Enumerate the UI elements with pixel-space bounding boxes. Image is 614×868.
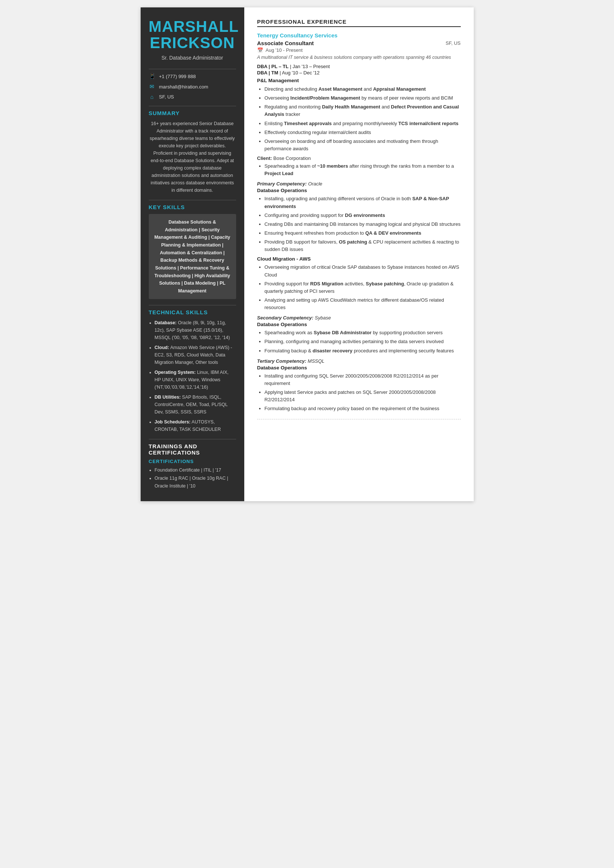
pl-management-label: P&L Management [257,78,461,83]
secondary-competency-title: Secondary Competency: Sybase [257,315,461,321]
calendar-icon: 📅 [257,47,263,53]
contact-email: ✉ marshall@hiration.com [149,83,236,90]
certifications-title: CERTIFICATIONS [149,459,236,464]
db-ops-tertiary-label: Database Operations [257,365,461,370]
pl-bullets: Directing and scheduling Asset Managemen… [257,85,461,152]
trainings-title: TRAININGS ANDCERTIFICATIONS [149,443,236,456]
cert-list: Foundation Certificate | ITIL | '17 Orac… [149,467,236,490]
sidebar: MARSHALL ERICKSON Sr. Database Administr… [141,8,244,501]
secondary-bullets: Spearheading work as Sybase DB Administr… [257,329,461,354]
db-ops-primary-label: Database Operations [257,188,461,193]
resume-container: MARSHALL ERICKSON Sr. Database Administr… [141,8,474,501]
contact-phone: 📱 +1 (777) 999 888 [149,73,236,80]
location-icon: ⌂ [149,94,155,100]
contact-location: ⌂ SF, US [149,94,236,100]
secondary-bullet-2: Planning, configuring and managing activ… [265,338,461,346]
pl-bullet-4: Enlisting Timesheet approvals and prepar… [265,120,461,127]
pl-bullet-6: Overseeing on boarding and off boarding … [265,138,461,152]
tertiary-bullet-3: Formulating backup and recovery policy b… [265,405,461,412]
cloud-migration-label: Cloud Migration - AWS [257,256,461,262]
tertiary-bullets: Installing and configuring SQL Server 20… [257,372,461,413]
company-description: A multinational IT service & business so… [257,55,461,60]
role-line-1: DBA | PL – TL | Jan '13 – Present [257,64,461,69]
tertiary-bullet-1: Installing and configuring SQL Server 20… [265,372,461,387]
email-icon: ✉ [149,83,155,90]
cert-item-1: Foundation Certificate | ITIL | '17 [155,467,236,474]
bottom-divider [257,419,461,419]
cloud-bullets: Overseeing migration of critical Oracle … [257,264,461,311]
tech-item-schedulers: Job Schedulers: AUTOSYS, CRONTAB, TASK S… [155,418,236,433]
cloud-bullet-1: Overseeing migration of critical Oracle … [265,264,461,278]
primary-bullet-2: Configuring and providing support for DG… [265,212,461,219]
summary-title: SUMMARY [149,110,236,116]
experience-title: PROFESSIONAL EXPERIENCE [257,19,461,27]
tech-item-db-utilities: DB Utilities: SAP Brtools, ISQL, Control… [155,394,236,416]
tech-section: Database: Oracle (8i, 9i, 10g, 11g, 12c)… [149,319,236,433]
primary-bullet-3: Creating DBs and maintaining DB instance… [265,221,461,228]
main-content: PROFESSIONAL EXPERIENCE Tenergy Consulta… [244,8,474,501]
skills-title: KEY SKILLS [149,204,236,210]
job-title-row: Associate Consultant SF, US [257,40,461,46]
primary-bullets: Installing, upgrading and patching diffe… [257,195,461,253]
tech-item-cloud: Cloud: Amazon Web Service (AWS) - EC2, S… [155,344,236,366]
pl-bullet-5: Effectively conducting regular internal/… [265,129,461,136]
company-name: Tenergy Consultancy Services [257,32,461,39]
summary-text: 16+ years experienced Senior Database Ad… [149,120,236,194]
divider-tech [149,305,236,305]
tertiary-bullet-2: Applying latest Service packs and patche… [265,389,461,403]
job-location: SF, US [446,40,460,46]
divider-certs [149,439,236,439]
tech-item-os: Operating System: Linux, IBM AIX, HP UNI… [155,369,236,391]
client-bullets: Spearheading a team of ~10 members after… [257,163,461,177]
cert-item-2: Oracle 11g RAC | Oracle 10g RAC | Oracle… [155,474,236,490]
divider-skills [149,200,236,200]
role-line-2: DBA | TM | Aug '10 – Dec '12 [257,70,461,76]
skills-block: Database Solutions & Administration | Se… [149,214,236,299]
cloud-bullet-2: Providing support for RDS Migration acti… [265,280,461,295]
tech-skills-title: TECHNICAL SKILLS [149,309,236,315]
phone-icon: 📱 [149,73,155,80]
job-dates: 📅 Aug '10 - Present [257,47,461,53]
primary-competency-title: Primary Competency: Oracle [257,181,461,186]
cloud-bullet-3: Analyzing and setting up AWS CloudWatch … [265,296,461,311]
primary-bullet-4: Ensuring frequent refreshes from product… [265,229,461,237]
candidate-title: Sr. Database Administrator [149,55,236,61]
job-title: Associate Consultant [257,40,314,46]
tech-item-db: Database: Oracle (8i, 9i, 10g, 11g, 12c)… [155,319,236,341]
pl-bullet-1: Directing and scheduling Asset Managemen… [265,85,461,93]
secondary-bullet-1: Spearheading work as Sybase DB Administr… [265,329,461,336]
contact-section: 📱 +1 (777) 999 888 ✉ marshall@hiration.c… [149,73,236,100]
candidate-name: MARSHALL ERICKSON [149,19,236,51]
pl-bullet-3: Regulating and monitoring Daily Health M… [265,103,461,118]
client-bullet-1: Spearheading a team of ~10 members after… [265,163,461,177]
client-line: Client: Bose Corporation [257,155,461,161]
primary-bullet-5: Providing DB support for failovers, OS p… [265,239,461,253]
pl-bullet-2: Overseeing Incident/Problem Management b… [265,95,461,102]
tertiary-competency-title: Tertiary Competency: MSSQL [257,358,461,364]
primary-bullet-1: Installing, upgrading and patching diffe… [265,195,461,210]
role-lines: DBA | PL – TL | Jan '13 – Present DBA | … [257,64,461,76]
divider-summary [149,106,236,106]
db-ops-secondary-label: Database Operations [257,322,461,327]
divider-contact [149,69,236,69]
secondary-bullet-3: Formulating backup & disaster recovery p… [265,347,461,355]
